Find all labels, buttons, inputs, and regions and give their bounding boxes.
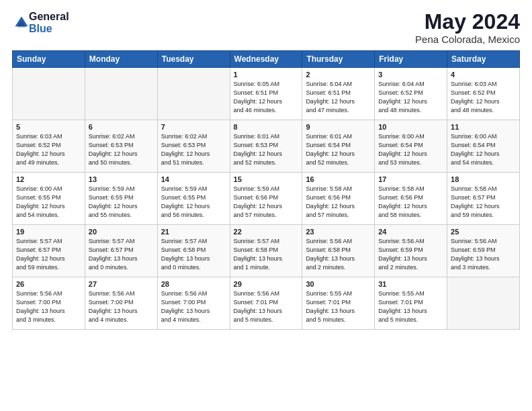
table-row: 12Sunrise: 6:00 AM Sunset: 6:55 PM Dayli… <box>13 173 85 225</box>
day-number: 27 <box>89 280 154 288</box>
table-row: 29Sunrise: 5:56 AM Sunset: 7:01 PM Dayli… <box>230 277 302 330</box>
day-number: 8 <box>234 123 299 131</box>
table-row: 25Sunrise: 5:56 AM Sunset: 6:59 PM Dayli… <box>447 225 520 277</box>
day-number: 26 <box>16 280 81 288</box>
day-info: Sunrise: 5:58 AM Sunset: 6:56 PM Dayligh… <box>306 185 371 220</box>
day-number: 19 <box>16 228 81 236</box>
day-number: 20 <box>89 228 154 236</box>
header-tuesday: Tuesday <box>157 51 230 68</box>
table-row: 27Sunrise: 5:56 AM Sunset: 7:00 PM Dayli… <box>85 277 157 330</box>
location: Pena Colorada, Mexico <box>415 34 520 45</box>
table-row: 17Sunrise: 5:58 AM Sunset: 6:56 PM Dayli… <box>375 173 447 225</box>
table-row: 7Sunrise: 6:02 AM Sunset: 6:53 PM Daylig… <box>157 120 230 173</box>
day-number: 22 <box>234 228 299 236</box>
title-block: May 2024 Pena Colorada, Mexico <box>415 11 520 45</box>
day-info: Sunrise: 5:59 AM Sunset: 6:56 PM Dayligh… <box>234 185 299 220</box>
day-info: Sunrise: 5:56 AM Sunset: 6:59 PM Dayligh… <box>451 237 516 272</box>
day-number: 11 <box>451 123 516 131</box>
table-row: 19Sunrise: 5:57 AM Sunset: 6:57 PM Dayli… <box>13 225 85 277</box>
table-row: 11Sunrise: 6:00 AM Sunset: 6:54 PM Dayli… <box>447 120 520 173</box>
table-row <box>157 68 230 120</box>
table-row: 20Sunrise: 5:57 AM Sunset: 6:57 PM Dayli… <box>85 225 157 277</box>
day-number: 6 <box>89 123 154 131</box>
table-row: 31Sunrise: 5:55 AM Sunset: 7:01 PM Dayli… <box>375 277 447 330</box>
day-info: Sunrise: 5:57 AM Sunset: 6:58 PM Dayligh… <box>234 237 299 272</box>
day-info: Sunrise: 6:03 AM Sunset: 6:52 PM Dayligh… <box>16 132 81 167</box>
calendar-week-row: 19Sunrise: 5:57 AM Sunset: 6:57 PM Dayli… <box>13 225 520 277</box>
day-number: 3 <box>378 71 443 79</box>
day-number: 1 <box>234 71 299 79</box>
day-number: 14 <box>161 175 226 183</box>
day-info: Sunrise: 6:00 AM Sunset: 6:54 PM Dayligh… <box>451 132 516 167</box>
day-number: 24 <box>378 228 443 236</box>
day-number: 30 <box>306 280 371 288</box>
day-info: Sunrise: 5:56 AM Sunset: 7:01 PM Dayligh… <box>234 289 299 324</box>
day-number: 2 <box>306 71 371 79</box>
header-monday: Monday <box>85 51 157 68</box>
day-number: 29 <box>234 280 299 288</box>
day-number: 9 <box>306 123 371 131</box>
table-row: 18Sunrise: 5:58 AM Sunset: 6:57 PM Dayli… <box>447 173 520 225</box>
header-friday: Friday <box>375 51 447 68</box>
table-row: 10Sunrise: 6:00 AM Sunset: 6:54 PM Dayli… <box>375 120 447 173</box>
table-row <box>447 277 520 330</box>
table-row: 26Sunrise: 5:56 AM Sunset: 7:00 PM Dayli… <box>13 277 85 330</box>
day-number: 23 <box>306 228 371 236</box>
day-info: Sunrise: 5:59 AM Sunset: 6:55 PM Dayligh… <box>161 185 226 220</box>
table-row: 2Sunrise: 6:04 AM Sunset: 6:51 PM Daylig… <box>302 68 375 120</box>
logo: General Blue <box>12 11 69 34</box>
header-saturday: Saturday <box>447 51 520 68</box>
logo-blue-text: Blue <box>29 23 69 35</box>
header-wednesday: Wednesday <box>230 51 302 68</box>
table-row: 15Sunrise: 5:59 AM Sunset: 6:56 PM Dayli… <box>230 173 302 225</box>
table-row: 9Sunrise: 6:01 AM Sunset: 6:54 PM Daylig… <box>302 120 375 173</box>
day-info: Sunrise: 6:00 AM Sunset: 6:55 PM Dayligh… <box>16 185 81 220</box>
calendar-week-row: 12Sunrise: 6:00 AM Sunset: 6:55 PM Dayli… <box>13 173 520 225</box>
day-number: 31 <box>378 280 443 288</box>
table-row: 4Sunrise: 6:03 AM Sunset: 6:52 PM Daylig… <box>447 68 520 120</box>
day-info: Sunrise: 5:58 AM Sunset: 6:56 PM Dayligh… <box>378 185 443 220</box>
day-info: Sunrise: 6:03 AM Sunset: 6:52 PM Dayligh… <box>451 80 516 115</box>
day-info: Sunrise: 5:56 AM Sunset: 7:00 PM Dayligh… <box>16 289 81 324</box>
day-info: Sunrise: 6:02 AM Sunset: 6:53 PM Dayligh… <box>89 132 154 167</box>
day-info: Sunrise: 5:56 AM Sunset: 7:00 PM Dayligh… <box>161 289 226 324</box>
day-number: 18 <box>451 175 516 183</box>
header-sunday: Sunday <box>13 51 85 68</box>
table-row: 30Sunrise: 5:55 AM Sunset: 7:01 PM Dayli… <box>302 277 375 330</box>
logo-general-text: General <box>29 11 69 23</box>
table-row: 16Sunrise: 5:58 AM Sunset: 6:56 PM Dayli… <box>302 173 375 225</box>
calendar: Sunday Monday Tuesday Wednesday Thursday… <box>12 50 520 330</box>
day-info: Sunrise: 5:55 AM Sunset: 7:01 PM Dayligh… <box>378 289 443 324</box>
day-info: Sunrise: 6:00 AM Sunset: 6:54 PM Dayligh… <box>378 132 443 167</box>
day-number: 15 <box>234 175 299 183</box>
day-info: Sunrise: 6:04 AM Sunset: 6:51 PM Dayligh… <box>306 80 371 115</box>
table-row: 24Sunrise: 5:56 AM Sunset: 6:59 PM Dayli… <box>375 225 447 277</box>
day-info: Sunrise: 5:56 AM Sunset: 7:00 PM Dayligh… <box>89 289 154 324</box>
month-title: May 2024 <box>415 11 520 32</box>
table-row: 6Sunrise: 6:02 AM Sunset: 6:53 PM Daylig… <box>85 120 157 173</box>
day-info: Sunrise: 5:57 AM Sunset: 6:57 PM Dayligh… <box>16 237 81 272</box>
day-info: Sunrise: 5:58 AM Sunset: 6:57 PM Dayligh… <box>451 185 516 220</box>
day-number: 28 <box>161 280 226 288</box>
day-number: 4 <box>451 71 516 79</box>
day-info: Sunrise: 5:56 AM Sunset: 6:59 PM Dayligh… <box>378 237 443 272</box>
day-info: Sunrise: 5:57 AM Sunset: 6:57 PM Dayligh… <box>89 237 154 272</box>
calendar-header-row: Sunday Monday Tuesday Wednesday Thursday… <box>13 51 520 68</box>
table-row: 14Sunrise: 5:59 AM Sunset: 6:55 PM Dayli… <box>157 173 230 225</box>
day-number: 17 <box>378 175 443 183</box>
day-number: 25 <box>451 228 516 236</box>
table-row: 1Sunrise: 6:05 AM Sunset: 6:51 PM Daylig… <box>230 68 302 120</box>
day-number: 13 <box>89 175 154 183</box>
day-number: 16 <box>306 175 371 183</box>
day-number: 5 <box>16 123 81 131</box>
table-row <box>85 68 157 120</box>
table-row <box>13 68 85 120</box>
table-row: 13Sunrise: 5:59 AM Sunset: 6:55 PM Dayli… <box>85 173 157 225</box>
table-row: 28Sunrise: 5:56 AM Sunset: 7:00 PM Dayli… <box>157 277 230 330</box>
table-row: 23Sunrise: 5:56 AM Sunset: 6:58 PM Dayli… <box>302 225 375 277</box>
table-row: 5Sunrise: 6:03 AM Sunset: 6:52 PM Daylig… <box>13 120 85 173</box>
table-row: 8Sunrise: 6:01 AM Sunset: 6:53 PM Daylig… <box>230 120 302 173</box>
logo-icon <box>14 15 29 30</box>
day-info: Sunrise: 5:56 AM Sunset: 6:58 PM Dayligh… <box>306 237 371 272</box>
day-info: Sunrise: 5:57 AM Sunset: 6:58 PM Dayligh… <box>161 237 226 272</box>
